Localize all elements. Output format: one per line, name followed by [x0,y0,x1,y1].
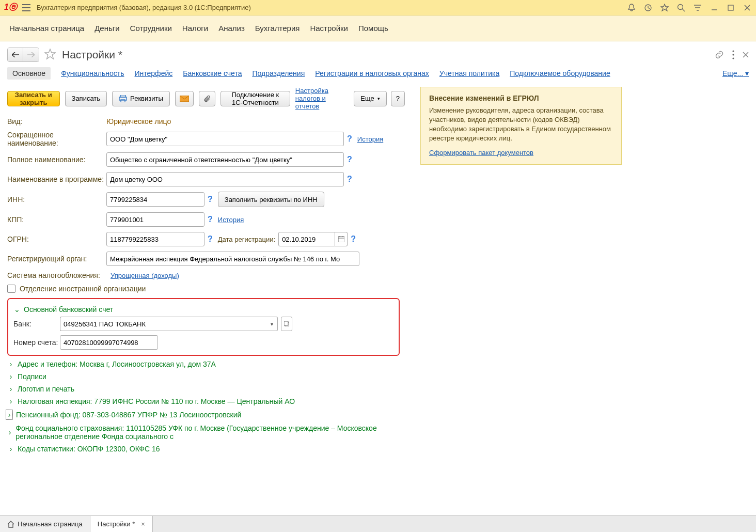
kebab-menu-icon[interactable] [732,50,734,59]
history-icon[interactable] [643,3,653,12]
save-button[interactable]: Записать [65,91,107,106]
bank-input[interactable] [60,317,266,331]
bank-label: Банк: [13,320,60,328]
help-icon[interactable]: ? [351,234,356,244]
section-pension-fund[interactable]: ›Пенсионный фонд: 087-303-048867 УПФР № … [7,410,400,420]
mail-icon [180,96,189,102]
menu-item[interactable]: Деньги [94,24,119,33]
link-icon[interactable] [715,50,724,59]
svg-rect-10 [338,237,344,242]
menu-item[interactable]: Начальная страница [9,24,84,33]
star-icon[interactable] [660,3,669,12]
foreign-branch-checkbox[interactable] [7,285,15,293]
help-icon[interactable]: ? [208,234,213,244]
tax-system-link[interactable]: Упрощенная (доходы) [111,272,179,279]
help-button[interactable]: ? [391,91,405,106]
maximize-icon[interactable] [726,3,735,12]
menu-toggle-icon[interactable] [21,3,32,13]
chevron-right-icon: › [7,372,14,381]
tab-bank-accounts[interactable]: Банковские счета [183,69,242,77]
tab-departments[interactable]: Подразделения [252,69,305,77]
reg-body-label: Регистрирующий орган: [7,255,106,263]
section-signatures[interactable]: ›Подписи [7,372,400,381]
menu-item[interactable]: Настройки [310,24,348,33]
tab-accounting-policy[interactable]: Учетная политика [439,69,499,77]
titlebar: 1ⓔ Бухгалтерия предприятия (базовая), ре… [0,0,756,15]
paperclip-icon [203,95,211,103]
kpp-input[interactable] [106,212,204,227]
section-logo[interactable]: ›Логотип и печать [7,385,400,393]
bell-icon[interactable] [627,3,636,12]
back-button[interactable] [8,48,23,61]
minimize-icon[interactable] [710,3,719,12]
app-title: Бухгалтерия предприятия (базовая), редак… [37,4,627,11]
svg-point-3 [732,50,734,52]
help-icon[interactable]: ? [208,215,213,224]
dropdown-icon[interactable]: ▾ [266,317,278,331]
menu-item[interactable]: Бухгалтерия [255,24,300,33]
help-icon[interactable]: ? [347,175,352,184]
fill-by-inn-button[interactable]: Заполнить реквизиты по ИНН [218,192,324,207]
favorite-star-icon[interactable] [44,49,57,61]
tab-functionality[interactable]: Функциональность [61,69,124,77]
full-name-label: Полное наименование: [7,155,106,164]
history-link[interactable]: История [218,216,244,224]
reg-body-input[interactable] [106,252,359,266]
svg-rect-2 [728,5,733,10]
menu-item[interactable]: Сотрудники [130,24,172,33]
tab-tax-registrations[interactable]: Регистрации в налоговых органах [315,69,429,77]
menu-item[interactable]: Помощь [358,24,388,33]
help-icon[interactable]: ? [208,195,213,204]
content-area: Записать и закрыть Записать Реквизиты По… [0,84,756,460]
chevron-down-icon: ⌄ [13,305,21,314]
tabs-more[interactable]: Еще... ▾ [722,69,749,77]
section-address[interactable]: ›Адрес и телефон: Москва г, Лосиноостров… [7,360,400,368]
close-icon[interactable] [743,3,752,12]
history-link[interactable]: История [357,135,383,143]
ogrn-input[interactable] [106,232,204,246]
chevron-right-icon: › [7,445,14,453]
bank-section-header[interactable]: ⌄ Основной банковский счет [13,305,393,314]
foreign-branch-label: Отделение иностранной организации [20,285,146,293]
connect-reporting-button[interactable]: Подключение к 1С-Отчетности [220,91,290,106]
info-panel-title: Внесение изменений в ЕГРЮЛ [429,93,613,104]
menu-item[interactable]: Анализ [218,24,245,33]
prog-name-input[interactable] [106,172,344,186]
chevron-right-icon: › [7,397,14,405]
page-title: Настройки * [62,49,122,61]
tab-interface[interactable]: Интерфейс [135,69,173,77]
open-icon[interactable] [281,317,292,331]
help-icon[interactable]: ? [347,155,352,164]
app-logo: 1ⓔ [4,2,17,13]
calendar-icon[interactable] [335,232,348,246]
tab-equipment[interactable]: Подключаемое оборудование [510,69,610,77]
tax-system-label: Система налогообложения: [7,271,111,279]
inn-label: ИНН: [7,195,106,204]
kpp-label: КПП: [7,215,106,224]
generate-documents-link[interactable]: Сформировать пакет документов [429,148,533,158]
section-statistics[interactable]: ›Коды статистики: ОКОПФ 12300, ОКФС 16 [7,445,400,453]
inn-input[interactable] [106,192,204,207]
attachment-button[interactable] [199,91,215,106]
mail-button[interactable] [175,91,194,106]
section-tax-inspection[interactable]: ›Налоговая инспекция: 7799 ИФНС России №… [7,397,400,405]
help-icon[interactable]: ? [347,134,352,144]
close-page-icon[interactable] [743,52,749,58]
filter-icon[interactable] [693,3,702,12]
reg-date-label: Дата регистрации: [218,236,275,243]
tab-main[interactable]: Основное [7,67,51,80]
menu-item[interactable]: Налоги [182,24,208,33]
full-name-input[interactable] [106,152,344,167]
inner-tabs: Основное Функциональность Интерфейс Банк… [0,65,756,84]
short-name-input[interactable] [106,132,344,146]
svg-point-1 [678,4,683,9]
account-input[interactable] [60,335,158,350]
more-button[interactable]: Еще ▾ [354,91,386,106]
search-icon[interactable] [676,3,686,12]
section-social-insurance[interactable]: ›Фонд социального страхования: 110110528… [7,424,400,441]
reg-date-input[interactable] [278,232,335,246]
requisites-button[interactable]: Реквизиты [112,91,170,106]
forward-button[interactable] [23,48,39,61]
save-and-close-button[interactable]: Записать и закрыть [7,91,60,106]
tax-settings-link[interactable]: Настройка налогов и отчетов [295,87,349,110]
